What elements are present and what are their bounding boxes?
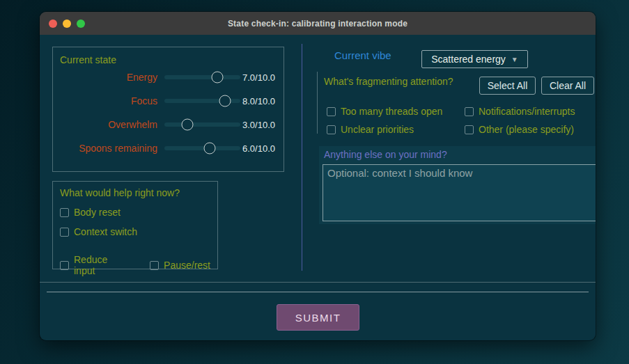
spoons-slider[interactable]	[164, 142, 240, 155]
slider-handle[interactable]	[212, 72, 224, 84]
checkbox-notifications[interactable]: Notifications/interrupts	[465, 106, 575, 117]
slider-handle[interactable]	[204, 143, 216, 155]
close-button[interactable]	[49, 19, 57, 28]
slider-handle[interactable]	[219, 95, 231, 107]
checkbox-icon[interactable]	[327, 125, 336, 134]
checkbox-body-reset[interactable]: Body reset	[60, 207, 210, 218]
select-all-button[interactable]: Select All	[479, 77, 536, 95]
column-divider	[302, 44, 302, 271]
current-state-panel: Current state Energy 7.0/10.0 Focus 8.0/…	[52, 47, 284, 172]
energy-slider[interactable]	[164, 71, 240, 84]
traffic-lights	[49, 12, 85, 35]
checkbox-icon[interactable]	[150, 261, 159, 270]
energy-label: Energy	[60, 72, 164, 83]
current-vibe-label: Current vibe	[334, 49, 391, 61]
clear-all-button[interactable]: Clear All	[541, 77, 594, 95]
slider-row-overwhelm: Overwhelm 3.0/10.0	[60, 113, 275, 136]
checkbox-label: Context switch	[74, 226, 137, 237]
help-panel-title: What would help right now?	[60, 187, 210, 198]
focus-label: Focus	[60, 95, 164, 106]
zoom-button[interactable]	[77, 19, 85, 28]
slider-track[interactable]	[164, 122, 240, 127]
notes-textarea[interactable]	[323, 164, 596, 221]
slider-handle[interactable]	[181, 119, 193, 131]
checkbox-too-many-threads[interactable]: Too many threads open	[327, 106, 465, 117]
notes-label: Anything else on your mind?	[324, 149, 447, 160]
content-separator	[40, 282, 596, 283]
checkbox-unclear-priorities[interactable]: Unclear priorities	[327, 124, 465, 135]
footer-separator	[47, 292, 589, 292]
checkbox-reduce-input[interactable]: Reduce input	[60, 254, 127, 276]
focus-slider[interactable]	[164, 95, 240, 107]
slider-row-focus: Focus 8.0/10.0	[60, 89, 275, 113]
checkbox-context-switch[interactable]: Context switch	[60, 226, 210, 237]
spoons-value: 6.0/10.0	[240, 143, 275, 154]
checkbox-icon[interactable]	[60, 208, 69, 217]
submit-button[interactable]: SUBMIT	[277, 304, 359, 331]
fragmenting-question: What's fragmenting attention?	[324, 76, 453, 87]
slider-track[interactable]	[164, 146, 240, 150]
checkin-window: State check-in: calibrating interaction …	[40, 12, 596, 340]
overwhelm-value: 3.0/10.0	[240, 120, 275, 130]
energy-value: 7.0/10.0	[240, 72, 275, 83]
checkbox-label: Too many threads open	[341, 106, 442, 117]
checkbox-icon[interactable]	[60, 228, 69, 237]
checkbox-label: Body reset	[74, 207, 121, 218]
overwhelm-label: Overwhelm	[60, 119, 164, 130]
minimize-button[interactable]	[63, 19, 71, 28]
vibe-dropdown[interactable]: Scattered energy ▼	[421, 50, 528, 68]
focus-value: 8.0/10.0	[240, 96, 275, 106]
checkbox-label: Other (please specify)	[479, 124, 574, 135]
vibe-selected-value: Scattered energy	[431, 54, 506, 65]
title-bar[interactable]: State check-in: calibrating interaction …	[40, 12, 596, 35]
checkbox-pause-rest[interactable]: Pause/rest	[150, 254, 210, 276]
overwhelm-slider[interactable]	[164, 118, 240, 131]
checkbox-icon[interactable]	[465, 107, 474, 116]
checkbox-label: Notifications/interrupts	[479, 106, 575, 117]
checkbox-icon[interactable]	[60, 261, 69, 270]
fragmenting-row: Unclear priorities Other (please specify…	[327, 120, 596, 139]
checkbox-icon[interactable]	[465, 125, 474, 134]
window-title: State check-in: calibrating interaction …	[228, 19, 407, 29]
fragmenting-options: Too many threads open Notifications/inte…	[327, 102, 596, 139]
chevron-down-icon: ▼	[511, 56, 518, 63]
help-panel: What would help right now? Body reset Co…	[52, 181, 218, 269]
fragmenting-row: Too many threads open Notifications/inte…	[327, 102, 596, 120]
checkbox-label: Unclear priorities	[341, 124, 414, 135]
notes-section: Anything else on your mind?	[319, 146, 596, 224]
slider-track[interactable]	[164, 75, 240, 79]
slider-row-spoons: Spoons remaining 6.0/10.0	[60, 136, 275, 160]
checkbox-icon[interactable]	[327, 107, 336, 116]
slider-row-energy: Energy 7.0/10.0	[60, 65, 275, 89]
help-row: Reduce input Pause/rest	[60, 246, 210, 276]
checkbox-other-specify[interactable]: Other (please specify)	[465, 124, 574, 135]
checkbox-label: Reduce input	[74, 254, 127, 276]
checkbox-label: Pause/rest	[164, 260, 210, 271]
spoons-label: Spoons remaining	[60, 143, 164, 154]
fragmenting-group-border	[317, 72, 318, 134]
current-state-title: Current state	[60, 54, 275, 65]
